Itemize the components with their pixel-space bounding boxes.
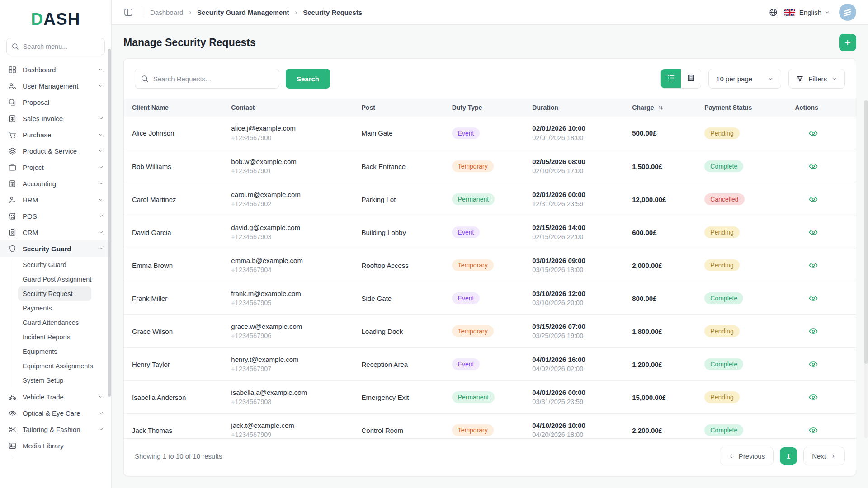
sidebar-subitem-equipment-assignments[interactable]: Equipment Assignments [0, 359, 111, 373]
sort-icon[interactable] [657, 104, 664, 111]
grid-view-button[interactable] [681, 69, 701, 88]
breadcrumb-security-requests[interactable]: Security Requests [303, 9, 362, 16]
sidebar-item-pos[interactable]: POS [0, 208, 111, 224]
column-label: Post [362, 104, 375, 111]
sidebar-item-vehicle-trade[interactable]: Vehicle Trade [0, 389, 111, 405]
table-scrollbar[interactable] [864, 100, 868, 438]
uk-flag-icon[interactable] [784, 9, 795, 16]
layers-icon [8, 147, 17, 155]
column-header-charge[interactable]: Charge [632, 104, 704, 111]
payment-status-badge: Pending [704, 325, 739, 337]
sidebar-subitem-security-guard[interactable]: Security Guard [0, 258, 111, 272]
globe-icon[interactable] [769, 8, 778, 17]
duration-end: 02/10/2026 17:00 [532, 166, 632, 176]
previous-page-button[interactable]: Previous [720, 447, 774, 465]
duty-type-cell: Event [452, 226, 533, 238]
add-request-button[interactable]: + [839, 34, 856, 51]
sidebar: DASH DashboardUser ManagementProposalSal… [0, 0, 112, 488]
list-view-button[interactable] [661, 69, 681, 88]
sidebar-item-sales-invoice[interactable]: Sales Invoice [0, 110, 111, 127]
table-row: Alice Johnson alice.j@example.com +12345… [124, 117, 856, 150]
view-request-button[interactable] [808, 161, 818, 171]
actions-cell [795, 128, 856, 138]
sidebar-item-dashboard[interactable]: Dashboard [0, 61, 111, 78]
eye-icon [808, 326, 818, 336]
sidebar-item-security-guard[interactable]: Security Guard [0, 240, 111, 257]
sidebar-item-purchase[interactable]: Purchase [0, 127, 111, 143]
view-request-button[interactable] [808, 359, 818, 369]
page-1-button[interactable]: 1 [780, 447, 797, 465]
next-page-button[interactable]: Next [803, 447, 845, 465]
view-request-button[interactable] [808, 326, 818, 336]
chevron-down-icon [98, 83, 104, 89]
client-name: Isabella Anderson [132, 394, 231, 401]
sidebar-item-label: Security Guard [23, 245, 71, 253]
actions-cell [795, 194, 856, 204]
sidebar-subitem-guard-attendances[interactable]: Guard Attendances [0, 315, 111, 330]
sidebar-item-proposal[interactable]: Proposal [0, 94, 111, 110]
duration-end: 12/31/2026 23:59 [532, 199, 632, 209]
sidebar-item-project[interactable]: Project [0, 159, 111, 175]
sidebar-subitem-incident-reports[interactable]: Incident Reports [0, 330, 111, 344]
duration-start: 02/15/2026 14:00 [532, 223, 632, 233]
actions-cell [795, 392, 856, 402]
breadcrumb-security-guard-management[interactable]: Security Guard Management [197, 9, 289, 16]
sidebar-subitem-security-request[interactable]: Security Request [18, 286, 91, 301]
contact-cell: emma.b@example.com +1234567904 [231, 256, 361, 275]
duration-cell: 03/15/2026 07:00 03/25/2026 19:00 [532, 322, 632, 341]
filters-button[interactable]: Filters [788, 69, 845, 89]
view-request-button[interactable] [808, 194, 818, 204]
crm-icon [8, 228, 17, 237]
payment-status-cell: Complete [704, 160, 795, 172]
view-request-button[interactable] [808, 425, 818, 435]
language-selector[interactable]: English [799, 9, 821, 16]
sidebar-item-crm[interactable]: CRM [0, 224, 111, 240]
charge: 600.00£ [632, 229, 704, 236]
avatar[interactable] [839, 4, 856, 21]
requests-search-input[interactable] [135, 69, 279, 89]
chevron-down-icon [98, 426, 104, 432]
sidebar-subitem-equipments[interactable]: Equipments [0, 344, 111, 359]
sidebar-item-label: Sales Invoice [23, 115, 63, 122]
contact-email: henry.t@example.com [231, 355, 361, 365]
sidebar-item-hrm[interactable]: HRM [0, 192, 111, 208]
eye-icon [808, 293, 818, 303]
sidebar-toggle-icon[interactable] [123, 7, 133, 17]
view-request-button[interactable] [808, 392, 818, 402]
view-request-button[interactable] [808, 128, 818, 138]
sidebar-item-optical-eye-care[interactable]: Optical & Eye Care [0, 405, 111, 421]
per-page-select[interactable]: 10 per page [708, 69, 781, 89]
search-button[interactable]: Search [286, 69, 330, 89]
payment-status-badge: Pending [704, 391, 739, 403]
sidebar-search-input[interactable] [6, 38, 105, 55]
eye-icon [808, 194, 818, 204]
sidebar-subitem-payments[interactable]: Payments [0, 301, 111, 315]
chevron-down-icon [98, 394, 104, 400]
chevron-down-icon [98, 164, 104, 170]
view-request-button[interactable] [808, 227, 818, 237]
charge: 1,200.00£ [632, 361, 704, 368]
sidebar-item-tailoring-fashion[interactable]: Tailoring & Fashion [0, 421, 111, 437]
chevron-left-icon [728, 453, 734, 459]
sidebar-item-media-library[interactable]: Media Library [0, 437, 111, 454]
chevron-down-icon[interactable] [824, 9, 830, 15]
view-request-button[interactable] [808, 293, 818, 303]
media-icon [8, 441, 17, 450]
table-row: Frank Miller frank.m@example.com +123456… [124, 282, 856, 314]
sidebar-subitem-guard-post-assignment[interactable]: Guard Post Assignment [0, 272, 111, 286]
view-request-button[interactable] [808, 260, 818, 270]
sidebar-scrollbar[interactable] [108, 49, 111, 397]
sidebar-item-messenger[interactable]: Messenger [0, 454, 111, 459]
client-name: Frank Miller [132, 295, 231, 302]
sidebar-item-label: CRM [23, 229, 38, 236]
sidebar-item-accounting[interactable]: Accounting [0, 175, 111, 192]
requests-card: Search 10 per page Filters [123, 58, 856, 476]
sidebar-subitem-system-setup[interactable]: System Setup [0, 373, 111, 388]
post: Rooftop Access [362, 262, 452, 269]
duration-end: 02/01/2026 18:00 [532, 133, 632, 143]
charge: 800.00£ [632, 295, 704, 302]
post: Main Gate [362, 129, 452, 137]
sidebar-item-user-management[interactable]: User Management [0, 78, 111, 94]
sidebar-item-product-service[interactable]: Product & Service [0, 143, 111, 159]
breadcrumb-dashboard[interactable]: Dashboard [150, 9, 183, 16]
